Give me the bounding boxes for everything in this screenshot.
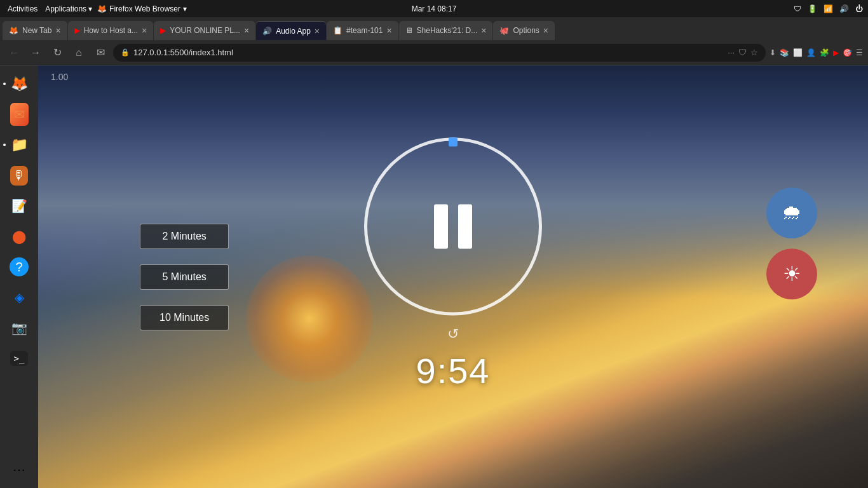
sidebar-item-podcast[interactable]: 🎙 (6, 162, 32, 189)
tab-bar: 🦊 New Tab × ▶ How to Host a... × ▶ YOUR … (0, 17, 868, 40)
firefox-menu[interactable]: 🦊 Firefox Web Browser ▾ (97, 4, 187, 13)
sidebar-icon[interactable]: ⬜ (793, 48, 803, 57)
battery-icon: 🔋 (808, 4, 817, 13)
datetime: Mar 14 08:17 (412, 4, 457, 13)
tab-how-to-host[interactable]: ▶ How to Host a... × (68, 21, 154, 40)
shield-icon: 🛡 (794, 4, 801, 13)
nav-right-icons: ⬇ 📚 ⬜ 👤 🧩 ▶ 🎯 ☰ (770, 48, 863, 57)
mail-icon[interactable]: ✉ (92, 44, 109, 62)
podcast-icon: 🎙 (10, 166, 28, 186)
tab-close-icon[interactable]: × (142, 25, 147, 36)
tab-team-101[interactable]: 📋 #team-101 × (327, 21, 398, 40)
tab-close-icon[interactable]: × (386, 25, 391, 36)
active-indicator (3, 144, 6, 146)
timer-5min-button[interactable]: 5 Minutes (140, 264, 229, 290)
help-icon: ? (10, 257, 29, 276)
tab-label: Options (513, 26, 539, 35)
shield-icon: 🛡 (738, 48, 747, 57)
tab-favicon: ▶ (160, 26, 166, 35)
system-tray: 🛡 🔋 📶 🔊 ⏻ (794, 4, 863, 13)
power-icon: ⏻ (855, 4, 863, 13)
addon-icon[interactable]: 🎯 (843, 48, 852, 57)
ubuntu-icon: ⬤ (12, 229, 26, 244)
timer-10min-button[interactable]: 10 Minutes (140, 305, 229, 330)
menu-icon[interactable]: ☰ (856, 48, 863, 57)
tab-shehacks[interactable]: 🖥 SheHacks'21: D... × (399, 21, 493, 40)
security-icon: 🔒 (121, 48, 130, 57)
sidebar-item-ubuntu[interactable]: ⬤ (6, 223, 32, 250)
active-indicator (3, 83, 6, 85)
volume-indicator: 1.00 (51, 72, 68, 82)
sidebar-item-vscode[interactable]: ◈ (6, 284, 32, 311)
extension-icon[interactable]: 🧩 (820, 48, 829, 57)
sidebar-item-firefox[interactable]: 🦊 (6, 71, 32, 97)
apps-grid-icon: ⋯ (13, 462, 25, 477)
bookmark-icon: ☆ (750, 48, 758, 57)
tab-favicon: ▶ (74, 26, 80, 35)
timer-buttons: 2 Minutes 5 Minutes 10 Minutes (140, 224, 229, 330)
tab-options[interactable]: 🐙 Options × (493, 21, 555, 40)
applications-button[interactable]: Applications ▾ (45, 4, 92, 13)
tab-label: Audio App (276, 27, 311, 36)
sidebar-item-files[interactable]: 📁 (6, 132, 32, 158)
sidebar-item-terminal[interactable]: >_ (6, 345, 32, 372)
tab-your-online[interactable]: ▶ YOUR ONLINE PL... × (154, 21, 255, 40)
rain-icon: 🌧 (782, 201, 802, 224)
player-container: ↺ 9:54 (364, 137, 542, 391)
terminal-icon: >_ (10, 351, 29, 366)
pause-bar-right (458, 204, 472, 248)
tab-close-icon[interactable]: × (543, 25, 548, 36)
tab-close-icon[interactable]: × (315, 26, 320, 36)
reload-button[interactable]: ↻ (48, 44, 66, 62)
sidebar-item-apps-grid[interactable]: ⋯ (6, 456, 32, 483)
tab-audio-app[interactable]: 🔊 Audio App × (256, 21, 326, 40)
sidebar-item-help[interactable]: ? (6, 254, 32, 280)
files-icon: 📁 (11, 137, 28, 153)
main-area: 🦊 ✉ 📁 🎙 📝 ⬤ ? ◈ (0, 65, 868, 488)
forward-button[interactable]: → (27, 44, 44, 62)
library-icon[interactable]: 📚 (780, 48, 789, 57)
more-icon: ··· (728, 48, 735, 57)
tab-favicon: 🦊 (9, 26, 18, 35)
download-icon[interactable]: ⬇ (770, 48, 776, 57)
play-pause-button[interactable] (364, 137, 542, 315)
account-icon[interactable]: 👤 (806, 48, 816, 57)
content-area: 1.00 2 Minutes 5 Minutes 10 Minutes ↺ 9:… (38, 65, 868, 488)
browser-window: 🦊 New Tab × ▶ How to Host a... × ▶ YOUR … (0, 17, 868, 488)
screenshot-icon: 📷 (11, 320, 27, 336)
tab-close-icon[interactable]: × (481, 25, 486, 36)
tab-label: YOUR ONLINE PL... (170, 26, 240, 35)
tab-favicon: 🐙 (499, 26, 509, 35)
youtube-icon[interactable]: ▶ (833, 48, 839, 57)
pause-icon (434, 204, 472, 248)
progress-indicator (449, 137, 458, 146)
tab-label: SheHacks'21: D... (417, 26, 478, 35)
tab-favicon: 🖥 (405, 26, 413, 35)
tab-close-icon[interactable]: × (244, 25, 249, 36)
tab-new-tab[interactable]: 🦊 New Tab × (3, 21, 67, 40)
tab-close-icon[interactable]: × (55, 25, 60, 36)
sun-sound-button[interactable]: ☀ (766, 248, 817, 299)
tab-favicon: 📋 (333, 26, 342, 35)
rain-sound-button[interactable]: 🌧 (766, 187, 817, 238)
tab-favicon: 🔊 (262, 27, 272, 36)
notes-icon: 📝 (11, 198, 27, 214)
mail-icon: ✉ (10, 103, 29, 126)
sidebar-item-screenshot[interactable]: 📷 (6, 315, 32, 341)
volume-icon: 🔊 (839, 4, 849, 13)
sidebar: 🦊 ✉ 📁 🎙 📝 ⬤ ? ◈ (0, 65, 38, 488)
vscode-icon: ◈ (15, 290, 24, 305)
home-button[interactable]: ⌂ (70, 44, 88, 62)
timer-display: 9:54 (416, 349, 491, 391)
reset-button[interactable]: ↺ (447, 325, 459, 342)
sound-buttons: 🌧 ☀ (766, 187, 817, 299)
sidebar-item-mail[interactable]: ✉ (6, 101, 32, 128)
network-icon: 📶 (824, 4, 833, 13)
tab-label: New Tab (22, 26, 51, 35)
activities-button[interactable]: Activities (5, 4, 40, 13)
sidebar-item-notes[interactable]: 📝 (6, 193, 32, 219)
timer-2min-button[interactable]: 2 Minutes (140, 224, 229, 249)
address-bar[interactable]: 🔒 127.0.0.1:5500/index1.html ··· 🛡 ☆ (113, 44, 766, 62)
back-button[interactable]: ← (5, 44, 23, 62)
system-bar: Activities Applications ▾ 🦊 Firefox Web … (0, 0, 868, 17)
